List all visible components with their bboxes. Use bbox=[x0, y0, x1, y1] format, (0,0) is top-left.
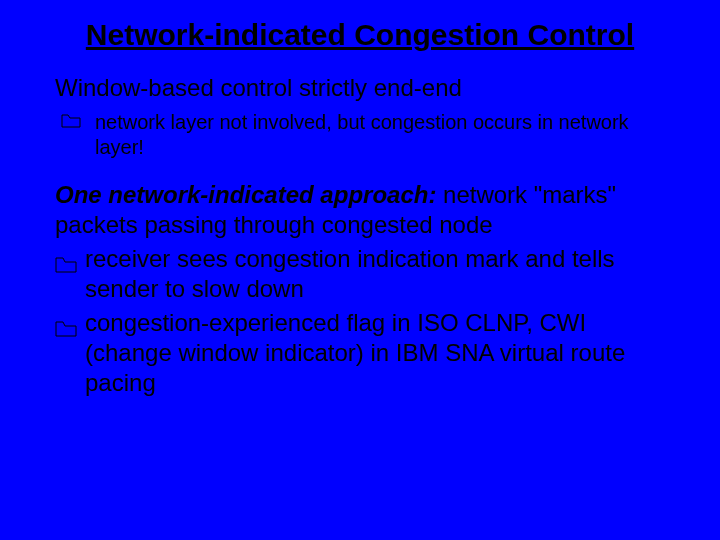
bullet-item-network-layer: network layer not involved, but congesti… bbox=[55, 110, 665, 160]
approach-block: One network-indicated approach: network … bbox=[55, 180, 665, 398]
approach-lead-line: One network-indicated approach: network … bbox=[55, 180, 665, 240]
bullet-text: receiver sees congestion indication mark… bbox=[85, 244, 665, 304]
folder-icon bbox=[55, 314, 77, 330]
subheading-window-based: Window-based control strictly end-end bbox=[55, 74, 665, 102]
bullet-item-receiver: receiver sees congestion indication mark… bbox=[55, 244, 665, 304]
slide: Network-indicated Congestion Control Win… bbox=[0, 0, 720, 540]
bullet-text: congestion-experienced flag in ISO CLNP,… bbox=[85, 308, 665, 398]
approach-lead-italic: One network-indicated approach: bbox=[55, 181, 436, 208]
slide-title: Network-indicated Congestion Control bbox=[55, 18, 665, 52]
folder-icon bbox=[55, 250, 77, 266]
folder-icon bbox=[61, 114, 81, 128]
bullet-text: network layer not involved, but congesti… bbox=[95, 110, 665, 160]
bullet-item-ceflag: congestion-experienced flag in ISO CLNP,… bbox=[55, 308, 665, 398]
